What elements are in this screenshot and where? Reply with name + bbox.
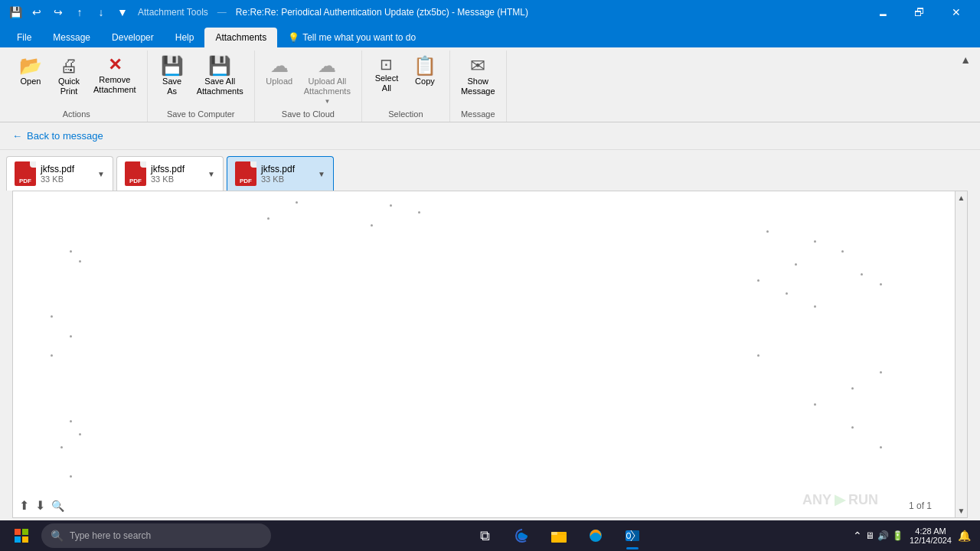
svg-rect-6 bbox=[551, 532, 557, 535]
upload-all-button[interactable]: ☁ Upload AllAttachments ▼ bbox=[299, 54, 355, 108]
dropdown-arrow-icon: ▼ bbox=[324, 98, 330, 105]
save-all-attachments-button[interactable]: 💾 Save AllAttachments bbox=[192, 54, 248, 99]
att-tab-arrow-1[interactable]: ▼ bbox=[97, 170, 105, 178]
next-page-icon[interactable]: ⬇ bbox=[35, 498, 45, 513]
system-tray-icons: ⌃ 🖥 🔊 🔋 bbox=[853, 530, 903, 542]
att-tab-info-1: jkfss.pdf 33 KB bbox=[41, 164, 74, 184]
notification-icon[interactable]: 🔔 bbox=[958, 530, 971, 542]
anyrun-watermark: ANY ▶ RUN bbox=[802, 491, 878, 508]
ribbon-collapse-button[interactable]: ▲ bbox=[957, 51, 974, 69]
open-button[interactable]: 📂 Open bbox=[12, 54, 49, 90]
tell-me-label: Tell me what you want to do bbox=[302, 32, 416, 43]
quick-print-label: QuickPrint bbox=[58, 77, 80, 96]
tell-me-bar[interactable]: 💡 Tell me what you want to do bbox=[277, 28, 426, 47]
svg-rect-1 bbox=[22, 529, 28, 535]
tab-attachments[interactable]: Attachments bbox=[204, 28, 277, 47]
selection-label: Selection bbox=[368, 108, 443, 122]
chevron-up-icon[interactable]: ⌃ bbox=[853, 530, 862, 542]
back-to-message-label: Back to message bbox=[27, 130, 103, 142]
minimize-button[interactable]: 🗕 bbox=[865, 0, 900, 24]
tab-message[interactable]: Message bbox=[42, 28, 101, 47]
att-tab-info-3: jkfss.pdf 33 KB bbox=[261, 164, 295, 184]
prev-qa-btn[interactable]: ↑ bbox=[70, 3, 89, 21]
pdf-icon-3: PDF bbox=[235, 161, 256, 186]
pdf-icon-2: PDF bbox=[125, 161, 146, 186]
back-to-message-link[interactable]: ← Back to message bbox=[12, 130, 103, 142]
title-bar-left: 💾 ↩ ↪ ↑ ↓ ▼ Attachment Tools — Re:Re:Re:… bbox=[6, 3, 528, 21]
svg-rect-2 bbox=[15, 536, 21, 543]
task-view-button[interactable]: ⧉ bbox=[469, 520, 502, 551]
remove-attachment-button[interactable]: ✕ RemoveAttachment bbox=[89, 54, 141, 98]
restore-button[interactable]: 🗗 bbox=[902, 0, 937, 24]
preview-bottom-icons: ⬆ ⬇ 🔍 bbox=[19, 498, 64, 513]
attachment-tab-3[interactable]: PDF jkfss.pdf 33 KB ▼ bbox=[227, 156, 334, 191]
scroll-up-arrow[interactable]: ▲ bbox=[956, 191, 968, 204]
select-all-button[interactable]: ⊡ SelectAll bbox=[368, 54, 405, 96]
file-explorer-button[interactable] bbox=[542, 520, 576, 551]
redo-qa-btn[interactable]: ↪ bbox=[49, 3, 67, 21]
upload-label: Upload bbox=[266, 77, 292, 86]
taskbar-search[interactable]: 🔍 bbox=[41, 523, 271, 548]
copy-button[interactable]: 📋 Copy bbox=[407, 54, 443, 90]
show-message-icon: ✉ bbox=[470, 57, 485, 75]
volume-icon[interactable]: 🔊 bbox=[877, 530, 889, 541]
attachment-tabs-row: PDF jkfss.pdf 33 KB ▼ PDF jkfss.pdf 33 K… bbox=[0, 150, 980, 191]
svg-rect-3 bbox=[22, 536, 28, 543]
select-all-icon: ⊡ bbox=[380, 57, 393, 72]
tab-file[interactable]: File bbox=[6, 28, 42, 47]
ribbon: 📂 Open 🖨 QuickPrint ✕ RemoveAttachment A… bbox=[0, 47, 980, 122]
outlook-button[interactable] bbox=[616, 520, 649, 551]
tab-help[interactable]: Help bbox=[165, 28, 205, 47]
taskbar: 🔍 ⧉ bbox=[0, 520, 980, 551]
close-button[interactable]: ✕ bbox=[939, 0, 974, 24]
search-page-icon[interactable]: 🔍 bbox=[51, 500, 64, 512]
save-cloud-label: Save to Cloud bbox=[261, 108, 355, 122]
pdf-icon-1: PDF bbox=[15, 161, 36, 186]
ribbon-group-actions: 📂 Open 🖨 QuickPrint ✕ RemoveAttachment A… bbox=[6, 51, 148, 122]
back-arrow-icon: ← bbox=[12, 130, 22, 142]
message-label: Message bbox=[456, 108, 500, 122]
save-all-icon: 💾 bbox=[208, 57, 231, 75]
copy-icon: 📋 bbox=[413, 57, 436, 75]
taskbar-items: ⧉ bbox=[273, 520, 845, 551]
search-input[interactable] bbox=[70, 530, 261, 541]
remove-icon: ✕ bbox=[108, 57, 122, 73]
upload-all-label: Upload AllAttachments bbox=[304, 77, 351, 96]
start-button[interactable] bbox=[3, 520, 40, 551]
search-icon: 🔍 bbox=[51, 530, 64, 542]
tab-developer[interactable]: Developer bbox=[101, 28, 165, 47]
save-as-icon: 💾 bbox=[161, 57, 184, 75]
pdf-dots-overlay bbox=[13, 191, 955, 517]
attachment-tab-2[interactable]: PDF jkfss.pdf 33 KB ▼ bbox=[116, 156, 224, 191]
prev-page-icon[interactable]: ⬆ bbox=[19, 498, 29, 513]
save-cloud-buttons: ☁ Upload ☁ Upload AllAttachments ▼ bbox=[261, 51, 355, 108]
svg-point-11 bbox=[627, 533, 630, 538]
att-tab-arrow-2[interactable]: ▼ bbox=[207, 170, 215, 178]
att-tab-size-2: 33 KB bbox=[151, 174, 185, 184]
save-qa-btn[interactable]: 💾 bbox=[6, 3, 24, 21]
quick-print-button[interactable]: 🖨 QuickPrint bbox=[51, 54, 87, 99]
edge-browser-button[interactable] bbox=[505, 520, 539, 551]
undo-qa-btn[interactable]: ↩ bbox=[28, 3, 46, 21]
upload-button[interactable]: ☁ Upload bbox=[261, 54, 298, 90]
taskbar-clock[interactable]: 4:28 AM 12/14/2024 bbox=[910, 527, 952, 545]
show-message-button[interactable]: ✉ ShowMessage bbox=[456, 54, 500, 99]
next-qa-btn[interactable]: ↓ bbox=[92, 3, 110, 21]
preview-wrapper: ▲ ▼ bbox=[0, 191, 980, 524]
preview-scrollbar[interactable]: ▲ ▼ bbox=[955, 191, 967, 517]
attachment-tab-1[interactable]: PDF jkfss.pdf 33 KB ▼ bbox=[6, 156, 113, 191]
scroll-down-arrow[interactable]: ▼ bbox=[956, 504, 968, 517]
taskbar-right: ⌃ 🖥 🔊 🔋 4:28 AM 12/14/2024 🔔 bbox=[847, 527, 977, 545]
network-icon: 🖥 bbox=[865, 530, 874, 541]
pdf-preview-area: ▲ ▼ bbox=[12, 191, 968, 518]
select-all-label: SelectAll bbox=[375, 73, 399, 93]
title-bar: 💾 ↩ ↪ ↑ ↓ ▼ Attachment Tools — Re:Re:Re:… bbox=[0, 0, 980, 24]
dropdown-qa-btn[interactable]: ▼ bbox=[113, 3, 132, 21]
svg-rect-0 bbox=[15, 529, 21, 535]
save-computer-buttons: 💾 SaveAs 💾 Save AllAttachments bbox=[154, 51, 248, 108]
firefox-button[interactable] bbox=[579, 520, 612, 551]
att-tab-arrow-3[interactable]: ▼ bbox=[318, 170, 325, 178]
att-tab-name-1: jkfss.pdf bbox=[41, 164, 74, 174]
att-tab-size-1: 33 KB bbox=[41, 174, 74, 184]
save-as-button[interactable]: 💾 SaveAs bbox=[154, 54, 191, 99]
